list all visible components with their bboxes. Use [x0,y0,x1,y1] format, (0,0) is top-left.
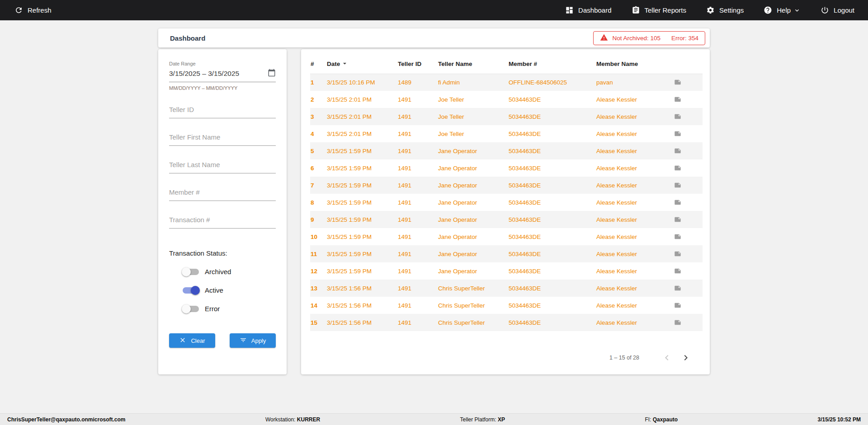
cell-date: 3/15/25 1:59 PM [326,262,397,280]
note-icon[interactable] [674,147,702,154]
table-row[interactable]: 93/15/25 1:59 PM1491Jane Operator5034463… [310,211,703,228]
cell-index: 7 [310,177,326,194]
column-header-teller-id[interactable]: Teller ID [397,55,438,74]
table-row[interactable]: 103/15/25 1:59 PM1491Jane Operator503446… [310,228,703,245]
transaction-number-input[interactable] [169,216,276,224]
apply-button-label: Apply [251,337,266,344]
nav-teller-reports-label: Teller Reports [645,6,687,14]
nav-help[interactable]: Help [764,6,801,14]
note-cell [674,108,703,125]
table-header-row: # Date Teller ID Teller Name Member # Me… [310,55,703,74]
cell-date: 3/15/25 1:59 PM [326,177,397,194]
table-row[interactable]: 63/15/25 1:59 PM1491Jane Operator5034463… [310,159,703,177]
table-row[interactable]: 73/15/25 1:59 PM1491Jane Operator5034463… [310,177,703,194]
cell-date: 3/15/25 2:01 PM [326,125,397,142]
cell-teller-name: Jane Operator [438,159,508,177]
cell-member-number: 5034463DE [508,211,596,228]
cell-date: 3/15/25 1:56 PM [326,297,397,314]
note-cell [674,142,703,159]
column-header-member-name[interactable]: Member Name [596,55,674,74]
note-icon[interactable] [674,267,702,275]
error-toggle[interactable] [183,306,199,312]
note-icon[interactable] [674,233,702,240]
teller-id-input[interactable] [169,106,276,113]
nav-dashboard[interactable]: Dashboard [565,6,611,14]
cell-date: 3/15/25 2:01 PM [326,108,397,125]
cell-member-name: Alease Kessler [596,194,674,211]
note-icon[interactable] [674,302,702,309]
cell-member-name: Alease Kessler [596,262,674,280]
cell-index: 5 [310,142,326,159]
apply-button[interactable]: Apply [230,333,276,348]
column-header-member-number[interactable]: Member # [508,55,596,74]
cell-index: 14 [310,297,326,314]
refresh-icon [14,6,23,14]
top-nav-links: Dashboard Teller Reports Settings Help L… [565,6,854,14]
cell-member-name: Alease Kessler [596,211,674,228]
note-cell [674,245,703,262]
calendar-icon[interactable] [268,69,276,79]
pagination: 1 – 15 of 28 [310,351,703,367]
cell-teller-id: 1491 [397,125,438,142]
next-page-button[interactable] [679,351,693,364]
cell-member-number: 5034463DE [508,159,596,177]
table-row[interactable]: 153/15/25 1:56 PM1491Chris SuperTeller50… [310,314,703,331]
cell-member-name: Alease Kessler [596,297,674,314]
filter-icon [240,336,247,345]
table-row[interactable]: 133/15/25 1:56 PM1491Chris SuperTeller50… [310,280,703,297]
cell-member-number: 5034463DE [508,125,596,142]
cell-member-number: OFFLINE-684506025 [508,74,596,91]
table-row[interactable]: 113/15/25 1:59 PM1491Jane Operator503446… [310,245,703,262]
note-icon[interactable] [674,250,702,257]
column-header-index[interactable]: # [310,55,326,74]
note-icon[interactable] [674,319,702,326]
note-icon[interactable] [674,164,702,172]
cell-date: 3/15/25 1:59 PM [326,194,397,211]
archived-toggle[interactable] [183,269,199,275]
table-row[interactable]: 13/15/25 10:16 PM1489fi AdminOFFLINE-684… [310,74,703,91]
note-icon[interactable] [674,182,702,189]
table-row[interactable]: 83/15/25 1:59 PM1491Jane Operator5034463… [310,194,703,211]
toggle-row-active: Active [183,286,276,294]
note-icon[interactable] [674,79,702,86]
note-icon[interactable] [674,113,702,120]
table-row[interactable]: 123/15/25 1:59 PM1491Jane Operator503446… [310,262,703,280]
power-icon [821,6,829,14]
cell-teller-id: 1491 [397,91,438,108]
previous-page-button[interactable] [660,351,674,364]
cell-member-name: Alease Kessler [596,280,674,297]
column-header-date[interactable]: Date [326,55,397,74]
cell-member-name: Alease Kessler [596,177,674,194]
note-cell [674,177,703,194]
note-icon[interactable] [674,130,702,137]
note-icon[interactable] [674,285,702,292]
table-row[interactable]: 33/15/25 2:01 PM1491Joe Teller5034463DEA… [310,108,703,125]
date-range-input[interactable] [169,70,268,78]
column-header-teller-name[interactable]: Teller Name [438,55,508,74]
note-cell [674,91,703,108]
clipboard-icon [632,6,640,14]
cell-member-name: Alease Kessler [596,314,674,331]
member-number-input[interactable] [169,188,276,196]
refresh-button[interactable]: Refresh [14,6,52,14]
active-toggle[interactable] [183,287,199,294]
teller-first-name-input[interactable] [169,133,276,141]
nav-settings[interactable]: Settings [706,6,744,14]
note-icon[interactable] [674,216,702,223]
teller-last-name-input[interactable] [169,161,276,168]
note-cell [674,159,703,177]
table-row[interactable]: 23/15/25 2:01 PM1491Joe Teller5034463DEA… [310,91,703,108]
clear-button[interactable]: Clear [169,333,215,348]
table-row[interactable]: 53/15/25 1:59 PM1491Jane Operator5034463… [310,142,703,159]
nav-logout[interactable]: Logout [821,6,854,14]
archived-toggle-label: Archived [205,268,231,276]
table-row[interactable]: 143/15/25 1:56 PM1491Chris SuperTeller50… [310,297,703,314]
nav-teller-reports[interactable]: Teller Reports [632,6,687,14]
chevron-down-icon [795,7,801,14]
nav-dashboard-label: Dashboard [578,6,611,14]
note-icon[interactable] [674,199,702,206]
cell-teller-id: 1491 [397,142,438,159]
table-row[interactable]: 43/15/25 2:01 PM1491Joe Teller5034463DEA… [310,125,703,142]
alert-not-archived-text: Not Archived: 105 [612,35,660,42]
note-icon[interactable] [674,96,702,103]
